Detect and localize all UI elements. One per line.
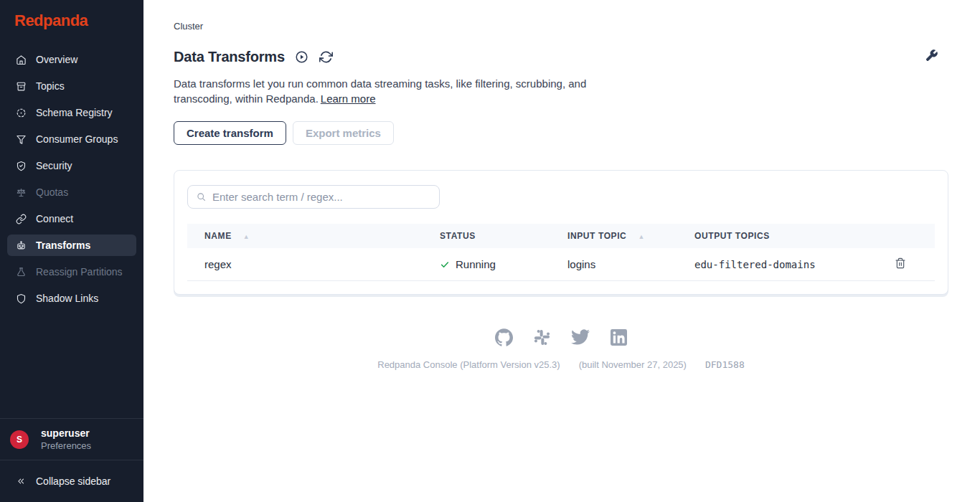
schema-icon bbox=[16, 108, 27, 118]
collapse-label: Collapse sidebar bbox=[36, 475, 110, 487]
sidebar-item-overview[interactable]: Overview bbox=[7, 49, 136, 70]
sidebar-item-label: Quotas bbox=[36, 186, 68, 198]
twitter-icon bbox=[571, 328, 590, 346]
shield-icon bbox=[16, 293, 27, 304]
home-icon bbox=[16, 55, 27, 65]
footer-built: (built November 27, 2025) bbox=[579, 359, 687, 370]
sidebar-item-connect[interactable]: Connect bbox=[7, 208, 136, 229]
sidebar-item-quotas: Quotas bbox=[7, 181, 136, 203]
column-header-actions bbox=[895, 224, 935, 248]
user-section[interactable]: S superuser Preferences bbox=[0, 419, 143, 460]
search-icon bbox=[197, 192, 206, 202]
sidebar-item-label: Topics bbox=[36, 80, 65, 92]
breadcrumb[interactable]: Cluster bbox=[174, 21, 948, 32]
trash-icon bbox=[895, 257, 906, 269]
refresh-icon[interactable] bbox=[319, 50, 333, 64]
shield-check-icon bbox=[16, 161, 27, 171]
sort-asc-icon: ▲ bbox=[638, 233, 645, 240]
sidebar: Redpanda Overview Topics Schema Registry… bbox=[0, 0, 143, 502]
sidebar-item-label: Shadow Links bbox=[36, 293, 98, 304]
user-name: superuser bbox=[41, 427, 91, 439]
search-box[interactable] bbox=[187, 185, 440, 209]
settings-wrench-button[interactable] bbox=[925, 49, 938, 65]
cell-status: Running bbox=[440, 248, 567, 281]
create-transform-button[interactable]: Create transform bbox=[174, 121, 286, 145]
sidebar-item-label: Connect bbox=[36, 213, 73, 224]
check-icon bbox=[440, 260, 450, 270]
slack-icon bbox=[534, 329, 550, 346]
transforms-card: Name▲ Status Input topic▲ Output topics … bbox=[174, 170, 948, 295]
cell-actions bbox=[895, 248, 935, 281]
sidebar-item-topics[interactable]: Topics bbox=[7, 75, 136, 97]
sidebar-item-label: Reassign Partitions bbox=[36, 266, 123, 278]
box-icon bbox=[16, 81, 27, 92]
transforms-table: Name▲ Status Input topic▲ Output topics … bbox=[187, 224, 935, 281]
delete-transform-button[interactable] bbox=[895, 257, 906, 269]
flask-icon bbox=[16, 267, 27, 278]
logo-text: Redpanda bbox=[14, 11, 88, 29]
collapse-sidebar-button[interactable]: Collapse sidebar bbox=[0, 460, 143, 502]
footer-version: Redpanda Console (Platform Version v25.3… bbox=[377, 359, 560, 370]
slack-link[interactable] bbox=[534, 329, 550, 346]
sidebar-item-consumer-groups[interactable]: Consumer Groups bbox=[7, 128, 136, 150]
table-header-row: Name▲ Status Input topic▲ Output topics bbox=[187, 224, 935, 248]
column-header-input-topic[interactable]: Input topic▲ bbox=[567, 224, 694, 248]
sidebar-item-label: Overview bbox=[36, 54, 77, 65]
status-label: Running bbox=[456, 258, 496, 270]
redpanda-logo[interactable]: Redpanda bbox=[0, 0, 143, 40]
robot-icon bbox=[16, 240, 27, 251]
page-title: Data Transforms bbox=[174, 49, 285, 65]
table-row[interactable]: regex Running logins edu-filtered-domain… bbox=[187, 248, 935, 281]
sidebar-item-label: Security bbox=[36, 160, 72, 171]
link-icon bbox=[16, 214, 27, 224]
avatar: S bbox=[10, 430, 29, 449]
sidebar-item-label: Schema Registry bbox=[36, 107, 113, 118]
wrench-icon bbox=[925, 49, 938, 62]
play-circle-icon[interactable] bbox=[295, 50, 308, 64]
linkedin-icon bbox=[611, 329, 627, 346]
cell-input-topic: logins bbox=[567, 248, 694, 281]
sort-asc-icon: ▲ bbox=[243, 233, 250, 240]
page-description: Data transforms let you run common data … bbox=[174, 77, 586, 105]
sidebar-item-reassign-partitions: Reassign Partitions bbox=[7, 261, 136, 283]
search-input[interactable] bbox=[212, 191, 430, 203]
scales-icon bbox=[16, 187, 27, 198]
sidebar-item-label: Transforms bbox=[36, 240, 90, 251]
sidebar-item-label: Consumer Groups bbox=[36, 133, 118, 145]
github-icon bbox=[495, 328, 513, 346]
double-chevron-left-icon bbox=[16, 476, 26, 486]
footer: Redpanda Console (Platform Version v25.3… bbox=[174, 328, 948, 370]
cell-name[interactable]: regex bbox=[187, 248, 440, 281]
export-metrics-button: Export metrics bbox=[293, 121, 394, 145]
funnel-icon bbox=[16, 134, 27, 145]
learn-more-link[interactable]: Learn more bbox=[321, 93, 376, 105]
column-header-output-topics[interactable]: Output topics bbox=[694, 224, 895, 248]
column-header-status[interactable]: Status bbox=[440, 224, 567, 248]
twitter-link[interactable] bbox=[571, 328, 590, 346]
sidebar-item-shadow-links[interactable]: Shadow Links bbox=[7, 288, 136, 309]
main-content: Cluster Data Transforms Data transforms … bbox=[143, 0, 980, 502]
column-header-name[interactable]: Name▲ bbox=[187, 224, 440, 248]
sidebar-item-schema-registry[interactable]: Schema Registry bbox=[7, 102, 136, 123]
sidebar-item-transforms[interactable]: Transforms bbox=[7, 235, 136, 256]
sidebar-item-security[interactable]: Security bbox=[7, 155, 136, 176]
github-link[interactable] bbox=[495, 328, 513, 346]
sidebar-nav: Overview Topics Schema Registry Consumer… bbox=[0, 49, 143, 418]
cell-output-topics: edu-filtered-domains bbox=[694, 248, 895, 281]
linkedin-link[interactable] bbox=[611, 329, 627, 346]
footer-build-id: DFD1588 bbox=[705, 359, 745, 370]
preferences-link[interactable]: Preferences bbox=[41, 440, 91, 451]
